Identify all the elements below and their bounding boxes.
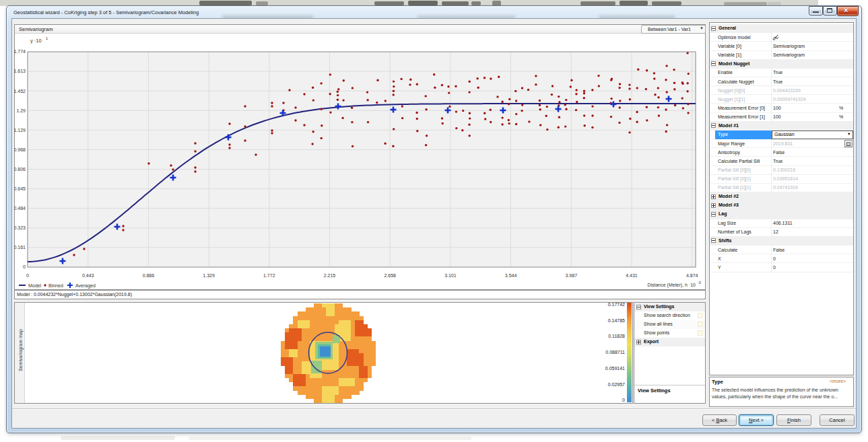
svg-text:Binned: Binned [48, 283, 63, 288]
svg-text:4.874: 4.874 [686, 273, 698, 278]
svg-text:3.987: 3.987 [566, 273, 578, 278]
svg-text:0.886: 0.886 [143, 273, 155, 278]
svg-text:1.613: 1.613 [14, 69, 26, 73]
svg-text:Model: Model [28, 283, 42, 288]
svg-text:1.129: 1.129 [14, 128, 26, 133]
svg-text:0.323: 0.323 [14, 225, 26, 230]
svg-text:1.329: 1.329 [203, 273, 215, 278]
svg-text:2.215: 2.215 [324, 273, 336, 278]
svg-text:γ ·10: γ ·10 [30, 38, 42, 44]
svg-text:3.101: 3.101 [444, 273, 457, 278]
svg-text:1.772: 1.772 [263, 273, 275, 278]
svg-text:0.806: 0.806 [14, 167, 26, 172]
svg-text:1: 1 [46, 36, 48, 40]
svg-text:0: 0 [23, 264, 26, 269]
svg-text:0.484: 0.484 [14, 206, 26, 211]
svg-text:Averaged: Averaged [75, 283, 96, 289]
svg-text:Distance (Meter), h ·10: Distance (Meter), h ·10 [647, 283, 696, 288]
svg-text:0.645: 0.645 [14, 186, 26, 191]
svg-text:3.544: 3.544 [505, 273, 517, 278]
svg-text:4.431: 4.431 [626, 273, 638, 278]
svg-text:1.452: 1.452 [14, 89, 26, 94]
svg-text:1.29: 1.29 [16, 108, 26, 113]
svg-text:1.774: 1.774 [14, 49, 26, 54]
svg-text:0.443: 0.443 [82, 273, 94, 278]
svg-text:2.658: 2.658 [384, 273, 396, 278]
svg-text:0.161: 0.161 [14, 245, 26, 250]
svg-text:0: 0 [26, 273, 29, 278]
svg-text:0.968: 0.968 [14, 147, 26, 152]
svg-text:-3: -3 [698, 281, 701, 285]
